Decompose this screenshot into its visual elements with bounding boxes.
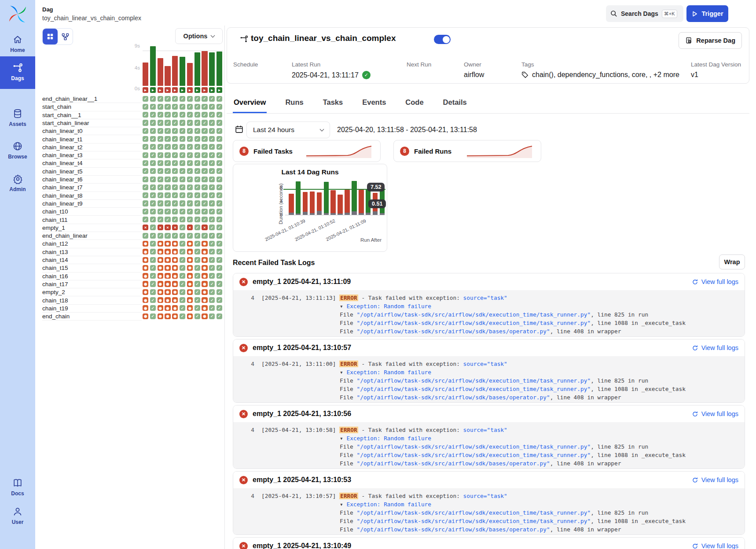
task-instance-success[interactable]: ✓	[180, 241, 185, 247]
task-instance-success[interactable]: ✓	[172, 184, 178, 190]
task-instance-success[interactable]: ✓	[187, 152, 193, 158]
view-full-logs-link[interactable]: View full logs	[692, 476, 738, 483]
task-instance-success[interactable]: ✓	[202, 177, 207, 182]
options-dropdown[interactable]: Options	[175, 28, 223, 44]
task-instance-success[interactable]: ✓	[217, 160, 222, 166]
task-instance-success[interactable]: ✓	[158, 177, 163, 182]
task-instance-upstream_failed[interactable]: ◉	[172, 297, 178, 303]
task-instance-upstream_failed[interactable]: ◉	[202, 313, 207, 319]
task-instance-success[interactable]: ✓	[150, 184, 156, 190]
run-play-button[interactable]: ▶	[165, 87, 170, 93]
run-duration-bar[interactable]	[187, 63, 193, 86]
task-instance-success[interactable]: ✓	[202, 192, 207, 198]
task-instance-success[interactable]: ✓	[180, 233, 185, 239]
task-instance-upstream_failed[interactable]: ◉	[187, 257, 193, 263]
task-instance-success[interactable]: ✓	[209, 120, 215, 125]
task-instance-success[interactable]: ✓	[217, 168, 222, 174]
task-instance-success[interactable]: ✓	[195, 225, 200, 230]
tab-overview[interactable]: Overview	[233, 94, 267, 113]
task-instance-success[interactable]: ✓	[195, 289, 200, 295]
run-play-button[interactable]: ▶	[143, 87, 148, 93]
task-instance-success[interactable]: ✓	[187, 104, 193, 110]
task-instance-success[interactable]: ✓	[158, 152, 163, 158]
task-instance-success[interactable]: ✓	[202, 184, 207, 190]
task-instance-success[interactable]: ✓	[195, 128, 200, 134]
failed-tasks-card[interactable]: 8 Failed Tasks	[233, 140, 381, 162]
task-instance-success[interactable]: ✓	[172, 136, 178, 142]
task-instance-success[interactable]: ✓	[165, 168, 170, 174]
task-instance-upstream_failed[interactable]: ◉	[187, 265, 193, 271]
task-instance-success[interactable]: ✓	[195, 313, 200, 319]
log-file-path-link[interactable]: "/opt/airflow/task-sdk/src/airflow/sdk/e…	[357, 509, 591, 516]
task-instance-success[interactable]: ✓	[202, 217, 207, 222]
task-instance-success[interactable]: ✓	[217, 152, 222, 158]
task-instance-success[interactable]: ✓	[187, 192, 193, 198]
task-instance-success[interactable]: ✓	[209, 289, 215, 295]
sidebar-item-home[interactable]: Home	[0, 34, 35, 53]
task-instance-success[interactable]: ✓	[165, 209, 170, 214]
task-instance-success[interactable]: ✓	[217, 144, 222, 150]
view-full-logs-link[interactable]: View full logs	[692, 410, 738, 417]
task-instance-success[interactable]: ✓	[195, 184, 200, 190]
task-row-label[interactable]: chain_t13	[42, 248, 142, 256]
task-instance-success[interactable]: ✓	[180, 217, 185, 222]
log-body[interactable]: 4[2025-04-21, 13:11:13] ERROR - Task fai…	[233, 290, 745, 336]
task-instance-success[interactable]: ✓	[187, 128, 193, 134]
task-instance-success[interactable]: ✓	[143, 209, 148, 214]
task-instance-success[interactable]: ✓	[217, 177, 222, 182]
task-instance-success[interactable]: ✓	[217, 136, 222, 142]
task-instance-success[interactable]: ✓	[158, 144, 163, 150]
task-instance-success[interactable]: ✓	[180, 192, 185, 198]
task-instance-success[interactable]: ✓	[180, 313, 185, 319]
exception-caret[interactable]: ▾	[340, 369, 346, 376]
task-row-label[interactable]: chain_t18	[42, 297, 142, 305]
task-instance-success[interactable]: ✓	[209, 305, 215, 311]
run-play-button[interactable]: ▶	[172, 87, 178, 93]
task-instance-success[interactable]: ✓	[202, 233, 207, 239]
task-instance-upstream_failed[interactable]: ◉	[158, 273, 163, 279]
task-instance-success[interactable]: ✓	[150, 233, 156, 239]
task-instance-success[interactable]: ✓	[150, 152, 156, 158]
task-instance-success[interactable]: ✓	[172, 120, 178, 125]
task-row-label[interactable]: chain_linear_t9	[42, 200, 142, 208]
task-instance-success[interactable]: ✓	[195, 217, 200, 222]
run-duration-bar[interactable]	[209, 52, 215, 86]
task-instance-success[interactable]: ✓	[165, 128, 170, 134]
task-instance-upstream_failed[interactable]: ◉	[165, 289, 170, 295]
failed-runs-card[interactable]: 8 Failed Runs	[393, 140, 541, 162]
task-instance-failed[interactable]: ×	[202, 225, 207, 230]
task-instance-success[interactable]: ✓	[143, 96, 148, 102]
task-instance-success[interactable]: ✓	[202, 168, 207, 174]
dag-run-bar[interactable]	[338, 195, 343, 215]
task-instance-upstream_failed[interactable]: ◉	[187, 281, 193, 287]
log-file-path-link[interactable]: "/opt/airflow/task-sdk/src/airflow/sdk/e…	[357, 518, 591, 524]
task-instance-upstream_failed[interactable]: ◉	[165, 241, 170, 247]
reparse-dag-button[interactable]: Reparse Dag	[679, 32, 742, 49]
task-instance-success[interactable]: ✓	[202, 128, 207, 134]
task-instance-success[interactable]: ✓	[209, 152, 215, 158]
task-instance-success[interactable]: ✓	[165, 120, 170, 125]
task-row-label[interactable]: start_chain	[42, 103, 142, 111]
task-instance-success[interactable]: ✓	[202, 136, 207, 142]
task-instance-success[interactable]: ✓	[172, 128, 178, 134]
log-body[interactable]: 4[2025-04-21, 13:10:58] ERROR - Task fai…	[233, 422, 745, 468]
task-instance-success[interactable]: ✓	[158, 160, 163, 166]
task-instance-success[interactable]: ✓	[217, 273, 222, 279]
task-instance-success[interactable]: ✓	[209, 144, 215, 150]
task-instance-success[interactable]: ✓	[172, 200, 178, 206]
log-file-path-link[interactable]: "/opt/airflow/task-sdk/src/airflow/sdk/e…	[357, 377, 591, 384]
task-instance-upstream_failed[interactable]: ◉	[143, 289, 148, 295]
task-instance-failed[interactable]: ×	[172, 225, 178, 230]
task-instance-success[interactable]: ✓	[158, 184, 163, 190]
task-instance-success[interactable]: ✓	[180, 96, 185, 102]
task-instance-success[interactable]: ✓	[150, 217, 156, 222]
task-instance-upstream_failed[interactable]: ◉	[143, 313, 148, 319]
run-duration-bar[interactable]	[172, 56, 178, 86]
task-row-label[interactable]: empty_2	[42, 288, 142, 296]
task-instance-success[interactable]: ✓	[202, 160, 207, 166]
task-instance-success[interactable]: ✓	[180, 104, 185, 110]
task-instance-success[interactable]: ✓	[195, 241, 200, 247]
task-instance-success[interactable]: ✓	[187, 200, 193, 206]
task-instance-success[interactable]: ✓	[180, 168, 185, 174]
task-instance-upstream_failed[interactable]: ◉	[172, 265, 178, 271]
